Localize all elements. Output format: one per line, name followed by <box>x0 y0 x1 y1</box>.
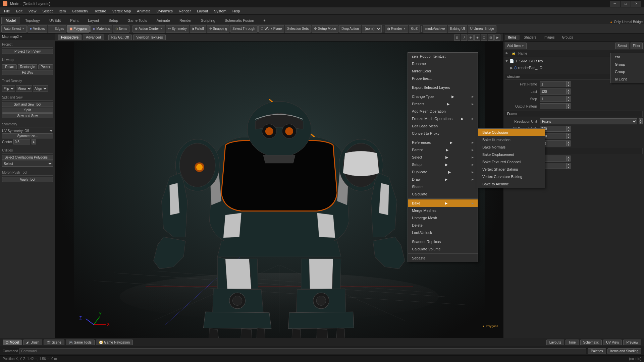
camera-menu-group1[interactable]: Group <box>611 61 644 68</box>
menu-edit[interactable]: Edit <box>13 8 25 14</box>
tab-images[interactable]: Images <box>540 35 558 40</box>
sub-ctx-bake-normals[interactable]: Bake Normals <box>478 143 545 151</box>
camera-menu-al-light[interactable]: al Light <box>611 75 644 83</box>
tab-add[interactable]: + <box>259 17 270 24</box>
setup-mode-button[interactable]: ⚙ Setup Mode <box>312 25 338 33</box>
bottom-tab-scene[interactable]: 🎬 Scene <box>44 340 64 345</box>
symmetrize-button[interactable]: Symmetrize... <box>2 133 53 138</box>
bw-up[interactable]: ▲ <box>567 156 571 159</box>
sub-ctx-vertex-curvature[interactable]: Vertex Curvature Baking <box>478 173 545 180</box>
viewport-icon-5[interactable]: ⊡ <box>481 35 487 41</box>
res-unit-up[interactable]: ▲ <box>639 118 643 121</box>
ctx-change-type[interactable]: Change Type ▶ <box>408 93 478 100</box>
command-input[interactable] <box>19 348 586 354</box>
sub-ctx-bake-displacement[interactable]: Bake Displacement <box>478 151 545 158</box>
ctx-shade[interactable]: Shade <box>408 183 478 190</box>
select-filter-button[interactable]: Select <box>615 43 629 49</box>
falloff-button[interactable]: ◗ Falloff <box>190 25 206 33</box>
fw-up[interactable]: ▲ <box>567 126 571 129</box>
edges-button[interactable]: — Edges <box>48 25 66 33</box>
items-shading-tab[interactable]: Items and Shading <box>607 348 641 354</box>
bottom-tab-model[interactable]: ⬡ Model <box>3 340 22 345</box>
viewport-tab-perspective[interactable]: Perspective <box>58 35 82 40</box>
ctx-delete[interactable]: Delete <box>408 222 478 229</box>
bottom-tab-game-tools[interactable]: 🎮 Game Tools <box>66 340 95 345</box>
time-tab[interactable]: Time <box>566 340 579 345</box>
ctx-parent[interactable]: Parent ▶ <box>408 146 478 154</box>
center-input[interactable] <box>13 139 30 144</box>
viewport-icon-6[interactable]: ⊟ <box>488 35 494 41</box>
ctx-freeze-mesh[interactable]: Freeze Mesh Operations ▶ <box>408 115 478 122</box>
filter-button[interactable]: Filter <box>631 43 643 49</box>
camera-menu-era[interactable]: era <box>611 53 644 61</box>
ctx-calculate[interactable]: Calculate <box>408 190 478 198</box>
tab-topology[interactable]: Topology <box>21 17 44 24</box>
tab-uvedit[interactable]: UVEdit <box>45 17 65 24</box>
ctx-select[interactable]: Select ▶ <box>408 154 478 161</box>
schematic-tab[interactable]: Schematic <box>580 340 602 345</box>
viewport-tab-advanced[interactable]: Advanced <box>83 35 104 40</box>
ctx-sen-popup[interactable]: sen_Popup_ItemList <box>408 53 478 60</box>
unreal-bridge-button[interactable]: U Unreal Bridge <box>468 25 496 33</box>
tab-model[interactable]: Model <box>1 17 20 24</box>
tab-render[interactable]: Render <box>175 17 196 24</box>
selection-sets-button[interactable]: Selection Sets <box>285 25 311 33</box>
menu-layout[interactable]: Layout <box>194 8 211 14</box>
layouts-tab[interactable]: Layouts <box>546 340 564 345</box>
ctx-lock[interactable]: Lock/Unlock <box>408 229 478 236</box>
output-up[interactable]: ▲ <box>567 103 571 106</box>
modo-archive-button[interactable]: modoArchive <box>423 25 447 33</box>
bw-down[interactable]: ▼ <box>567 159 571 162</box>
bh-down[interactable]: ▼ <box>567 166 571 169</box>
ctx-bake[interactable]: Bake ▶ <box>408 199 478 207</box>
goz-button[interactable]: GoZ <box>409 25 420 33</box>
last-up[interactable]: ▲ <box>567 88 571 92</box>
bottom-tab-brush[interactable]: 🖌 Brush <box>23 340 42 345</box>
ctx-export[interactable]: Export Selected Layers <box>408 84 478 91</box>
ray-gl-button[interactable]: Ray GL: Off <box>108 35 132 40</box>
ctx-draw[interactable]: Draw ▶ <box>408 176 478 183</box>
auto-select-button[interactable]: Auto Select ▼ <box>1 25 27 33</box>
uv-view-tab[interactable]: UV View <box>603 340 622 345</box>
viewport-icon-4[interactable]: ◈ <box>474 35 480 41</box>
baking-ui-button[interactable]: Baking UI <box>448 25 467 33</box>
h-up[interactable]: ▲ <box>567 133 571 136</box>
menu-item[interactable]: Item <box>56 8 68 14</box>
ctx-edit-base[interactable]: Edit Base Mesh <box>408 122 478 130</box>
project-from-view-button[interactable]: Project from View <box>2 49 53 54</box>
h-down[interactable]: ▼ <box>567 136 571 139</box>
fw-down[interactable]: ▼ <box>567 129 571 132</box>
resolution-unit-dropdown[interactable]: Pixels <box>540 118 637 124</box>
menu-view[interactable]: View <box>26 8 39 14</box>
tab-paint[interactable]: Paint <box>66 17 83 24</box>
ctx-properties[interactable]: Properties... <box>408 75 478 82</box>
select-dropdown[interactable]: Select <box>2 161 53 167</box>
bh-up[interactable]: ▲ <box>567 163 571 166</box>
bottom-tab-game-nav[interactable]: 🧭 Game Navigation <box>96 340 133 345</box>
sub-ctx-bake-occlusion[interactable]: Bake Occlusion <box>478 129 545 136</box>
first-frame-up[interactable]: ▲ <box>567 81 571 84</box>
items-button[interactable]: ◇ Items <box>113 25 129 33</box>
viewport-icon-7[interactable]: ▶ <box>494 35 500 41</box>
menu-system[interactable]: System <box>211 8 229 14</box>
select-overlapping-button[interactable]: Select Overlapping Polygons... <box>2 155 53 160</box>
first-frame-input[interactable] <box>540 81 567 87</box>
ctx-rename[interactable]: Rename <box>408 60 478 67</box>
tab-game-tools[interactable]: Game Tools <box>123 17 152 24</box>
align-dropdown[interactable]: Align <box>33 85 48 92</box>
ctx-merge-meshes[interactable]: Merge Meshes <box>408 207 478 214</box>
center-spin-button[interactable]: ▶ <box>32 139 36 144</box>
close-button[interactable]: ✕ <box>631 1 641 7</box>
ctx-calc-volume[interactable]: Calculate Volume <box>408 245 478 253</box>
action-center-button[interactable]: ⊕ Action Center ▼ <box>132 25 165 33</box>
step-input[interactable] <box>540 96 567 102</box>
output-input[interactable] <box>540 103 567 109</box>
flip-dropdown[interactable]: Flip <box>2 85 15 92</box>
tab-items[interactable]: Items <box>505 35 520 40</box>
step-up[interactable]: ▲ <box>567 96 571 99</box>
add-item-button[interactable]: Add Item ▼ <box>505 43 527 49</box>
map-selector[interactable]: Map: map2 ▼ <box>0 34 55 40</box>
split-sew-tool-button[interactable]: Split and Sew Tool <box>2 102 53 107</box>
sew-button[interactable]: Sew and Sew <box>2 113 53 118</box>
tab-animate[interactable]: Animate <box>152 17 174 24</box>
